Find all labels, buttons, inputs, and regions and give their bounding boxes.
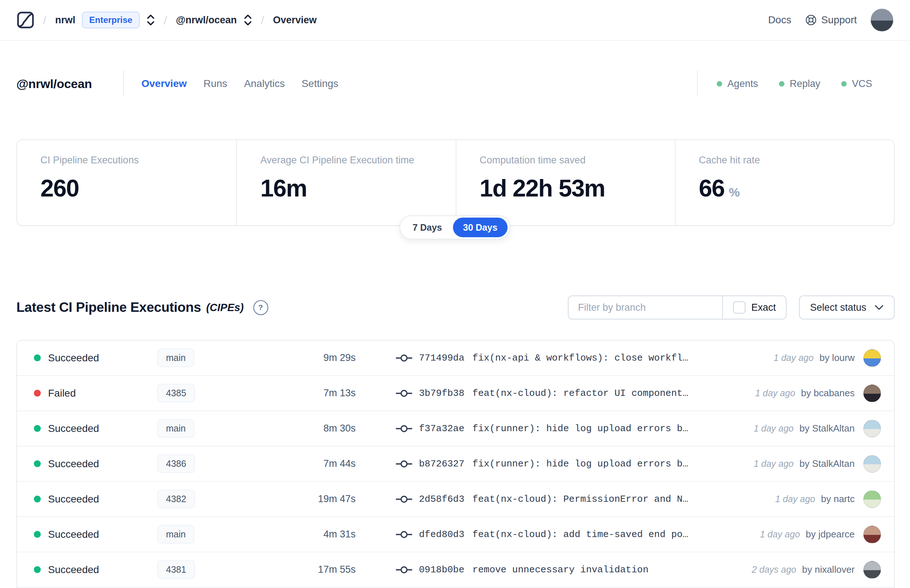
user-avatar[interactable]	[871, 9, 893, 31]
author-label: by jdpearce	[806, 529, 855, 540]
status-cell: Succeeded	[17, 564, 157, 576]
author-avatar[interactable]	[863, 491, 881, 508]
author-avatar[interactable]	[863, 420, 881, 437]
table-row[interactable]: Succeeded main 8m 30s f37a32ae fix(runne…	[17, 411, 894, 446]
run-status-dot	[34, 531, 41, 538]
status-dot-green	[841, 81, 847, 87]
duration-label: 4m 31s	[236, 529, 356, 540]
commit-message: fix(nx-api & workflows): close workfl…	[472, 352, 689, 363]
table-row[interactable]: Succeeded main 9m 29s 771499da fix(nx-ap…	[17, 341, 894, 375]
stat-value: 1d 22h 53m	[480, 174, 664, 202]
commit-cell: f37a32ae fix(runner): hide log upload er…	[356, 423, 689, 434]
breadcrumb-separator: /	[164, 13, 167, 27]
time-ago-label: 1 day ago	[753, 459, 794, 469]
row-meta: 1 day ago by nartc	[775, 491, 894, 508]
tab-analytics[interactable]: Analytics	[244, 78, 284, 89]
branch-cell: 4386	[157, 454, 236, 473]
run-status-label: Succeeded	[48, 493, 99, 505]
status-select-dropdown[interactable]: Select status	[799, 296, 895, 320]
time-ago-label: 1 day ago	[753, 423, 794, 434]
author-avatar[interactable]	[863, 526, 881, 543]
table-row[interactable]: Succeeded 4386 7m 44s b8726327 fix(runne…	[17, 446, 894, 481]
service-replay: Replay	[779, 78, 820, 89]
tab-overview[interactable]: Overview	[141, 78, 187, 89]
section-subtitle: (CIPEs)	[206, 302, 244, 313]
divider	[697, 71, 698, 97]
author-avatar[interactable]	[863, 349, 881, 367]
tab-runs[interactable]: Runs	[204, 78, 227, 89]
org-selector-icon[interactable]	[146, 14, 155, 26]
branch-badge[interactable]: main	[157, 525, 194, 544]
git-commit-icon	[396, 424, 412, 433]
support-label: Support	[821, 14, 857, 26]
commit-hash[interactable]: 0918b0be	[419, 564, 464, 575]
status-select-label: Select status	[810, 302, 866, 313]
author-avatar[interactable]	[863, 561, 881, 578]
commit-message: remove unnecessary invalidation	[472, 564, 649, 575]
range-7-days-button[interactable]: 7 Days	[402, 218, 452, 237]
author-label: by nartc	[821, 493, 855, 505]
docs-link[interactable]: Docs	[768, 14, 791, 26]
time-ago-label: 1 day ago	[755, 388, 795, 399]
author-avatar[interactable]	[863, 384, 881, 402]
table-row[interactable]: Succeeded 4381 17m 55s 0918b0be remove u…	[17, 552, 894, 587]
status-cell: Succeeded	[17, 529, 157, 540]
workspace-selector-icon[interactable]	[244, 14, 252, 26]
top-navbar: / nrwl Enterprise / @nrwl/ocean / Overvi…	[0, 0, 910, 41]
run-status-label: Failed	[48, 388, 76, 399]
time-ago-label: 2 days ago	[752, 564, 796, 575]
author-label: by StalkAltan	[799, 458, 855, 469]
stat-label: Cache hit rate	[699, 155, 883, 166]
branch-cell: main	[157, 349, 236, 367]
run-status-label: Succeeded	[48, 458, 99, 470]
help-icon[interactable]: ?	[253, 300, 268, 315]
commit-cell: 2d58f6d3 feat(nx-cloud): PermissionError…	[356, 494, 689, 505]
time-ago-label: 1 day ago	[775, 494, 815, 504]
breadcrumb-page: Overview	[273, 15, 317, 26]
service-label: VCS	[852, 78, 872, 89]
page-title: @nrwl/ocean	[16, 77, 92, 91]
duration-label: 8m 30s	[236, 423, 356, 434]
commit-hash[interactable]: b8726327	[419, 459, 464, 469]
branch-badge[interactable]: 4382	[157, 490, 195, 508]
branch-badge[interactable]: 4381	[157, 561, 195, 579]
exact-match-toggle[interactable]: Exact	[722, 296, 786, 319]
branch-badge[interactable]: main	[157, 349, 194, 367]
chevron-down-icon	[874, 305, 884, 310]
branch-badge[interactable]: main	[157, 419, 194, 438]
git-commit-icon	[396, 389, 412, 398]
branch-badge[interactable]: 4385	[157, 384, 195, 402]
commit-hash[interactable]: 3b79fb38	[419, 388, 464, 399]
author-avatar[interactable]	[863, 455, 881, 473]
commit-hash[interactable]: dfed80d3	[419, 529, 464, 540]
stat-value: 16m	[260, 174, 444, 202]
branch-badge[interactable]: 4386	[157, 454, 195, 473]
breadcrumb-org[interactable]: nrwl	[55, 15, 75, 26]
duration-label: 9m 29s	[236, 352, 356, 363]
lifebuoy-icon	[805, 14, 817, 26]
table-row[interactable]: Failed 4385 7m 13s 3b79fb38 feat(nx-clou…	[17, 376, 894, 410]
stat-average-execution-time: Average CI Pipeline Execution time 16m	[236, 140, 455, 225]
support-link[interactable]: Support	[805, 14, 857, 26]
range-30-days-button[interactable]: 30 Days	[453, 218, 508, 237]
nx-cloud-logo[interactable]	[17, 11, 34, 29]
workspace-tabs: Overview Runs Analytics Settings	[141, 78, 338, 89]
run-status-label: Succeeded	[48, 423, 99, 435]
exact-checkbox[interactable]	[733, 301, 745, 313]
branch-cell: 4385	[157, 384, 236, 402]
commit-hash[interactable]: 2d58f6d3	[419, 494, 464, 505]
commit-hash[interactable]: f37a32ae	[419, 423, 464, 434]
percent-suffix: %	[729, 185, 740, 199]
stat-computation-time-saved: Computation time saved 1d 22h 53m	[456, 140, 675, 225]
table-row[interactable]: Succeeded 4382 19m 47s 2d58f6d3 feat(nx-…	[17, 482, 894, 516]
table-row[interactable]: Succeeded main 4m 31s dfed80d3 feat(nx-c…	[17, 517, 894, 552]
breadcrumb-workspace[interactable]: @nrwl/ocean	[176, 15, 237, 26]
tab-settings[interactable]: Settings	[301, 78, 338, 89]
commit-hash[interactable]: 771499da	[419, 352, 464, 363]
branch-filter-group: Exact	[568, 296, 787, 320]
branch-filter-input[interactable]	[569, 296, 722, 319]
git-commit-icon	[396, 530, 412, 539]
branch-cell: 4382	[157, 490, 236, 508]
row-meta: 1 day ago by bcabanes	[755, 384, 894, 402]
duration-label: 17m 55s	[236, 564, 356, 575]
